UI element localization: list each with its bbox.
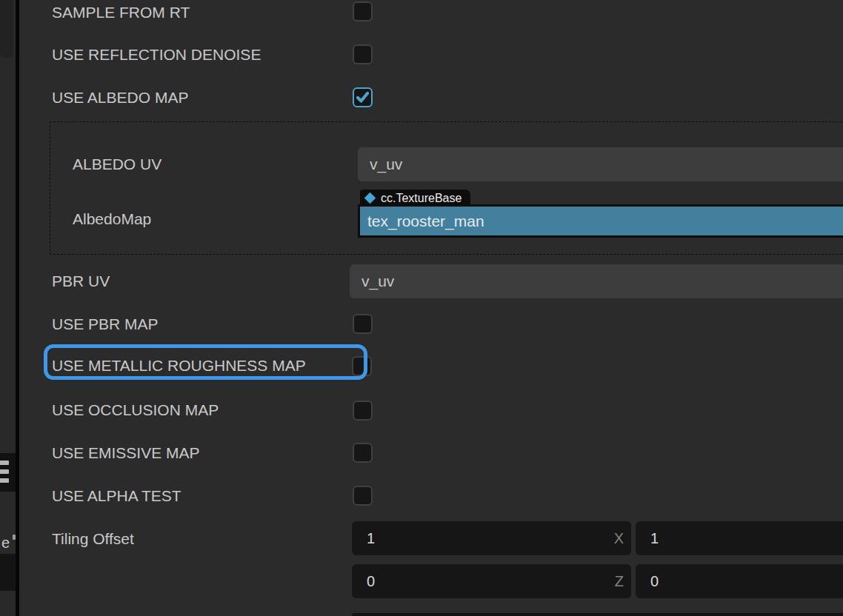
tiling-x-field[interactable]: 1 X [352, 521, 631, 555]
label-use-emissive-map: USE EMISSIVE MAP [52, 443, 200, 463]
texture-type-badge: cc.TextureBase [360, 190, 470, 207]
checkbox-sample-from-rt[interactable] [353, 1, 373, 21]
albedo-uv-select[interactable]: v_uv [358, 147, 843, 181]
label-sample-from-rt: SAMPLE FROM RT [52, 2, 190, 22]
texture-type-label: cc.TextureBase [381, 192, 462, 205]
checkbox-use-metallic-roughness-map[interactable] [352, 356, 372, 376]
label-albedo-map: AlbedoMap [73, 209, 151, 229]
left-panel-edge: e [0, 0, 16, 616]
checkbox-use-pbr-map[interactable] [353, 314, 373, 334]
asset-diamond-icon [364, 192, 376, 204]
offset-w-value: 0 [650, 573, 659, 589]
axis-label-z: Z [615, 564, 624, 598]
label-use-albedo-map: USE ALBEDO MAP [52, 87, 188, 107]
hamburger-icon [0, 461, 9, 465]
label-pbr-uv: PBR UV [52, 271, 110, 291]
albedo-map-asset-field[interactable]: tex_rooster_man [358, 204, 843, 238]
label-use-occlusion-map: USE OCCLUSION MAP [52, 400, 219, 420]
axis-label-x: X [614, 521, 624, 555]
pbr-uv-select[interactable]: v_uv [350, 264, 843, 298]
label-albedo-uv: ALBEDO UV [73, 154, 161, 174]
tiling-x-value: 1 [367, 530, 375, 546]
checkbox-use-occlusion-map[interactable] [353, 401, 373, 421]
label-use-reflection-denoise: USE REFLECTION DENOISE [52, 44, 261, 64]
panel-divider[interactable] [16, 0, 19, 616]
checkbox-use-albedo-map[interactable] [353, 87, 373, 107]
checkbox-use-emissive-map[interactable] [353, 443, 373, 463]
hamburger-icon [0, 469, 9, 474]
menu-button[interactable] [0, 453, 16, 492]
list-item-dark-band [0, 554, 16, 591]
offset-z-field[interactable]: 0 Z [352, 564, 631, 598]
tiling-y-field[interactable]: 1 [636, 521, 843, 555]
scrollbar-thumb[interactable] [0, 0, 13, 58]
checkbox-use-reflection-denoise[interactable] [353, 44, 373, 64]
checkbox-use-alpha-test[interactable] [353, 486, 373, 506]
hamburger-icon [0, 478, 9, 483]
label-use-alpha-test: USE ALPHA TEST [52, 486, 181, 506]
label-use-pbr-map: USE PBR MAP [52, 314, 159, 334]
next-field-clipped [352, 613, 843, 616]
label-tiling-offset: Tiling Offset [52, 529, 134, 549]
tiling-y-value: 1 [650, 530, 659, 546]
offset-z-value: 0 [367, 573, 375, 589]
checkmark-icon [356, 92, 369, 103]
offset-w-field[interactable]: 0 [636, 564, 843, 598]
label-use-metallic-roughness-map: USE METALLIC ROUGHNESS MAP [52, 355, 306, 375]
